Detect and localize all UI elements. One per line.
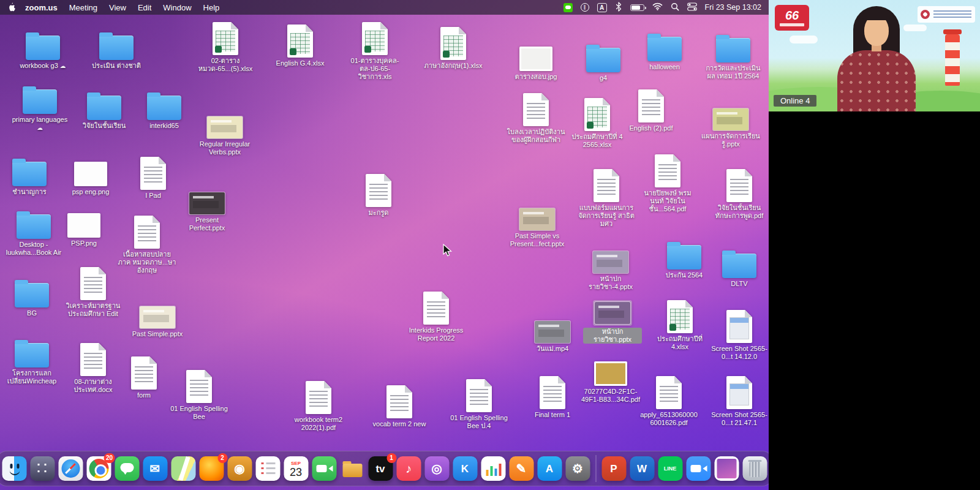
control-center-icon[interactable] [687,2,697,13]
dock-firefox[interactable]: 2 [199,456,224,481]
desktop-icon[interactable]: workbook g3 ☁ [13,24,72,70]
desktop-icon[interactable]: มะกรูด [349,172,408,217]
zoom-video-window[interactable]: 66 Online 4 [769,0,980,111]
desktop-icon[interactable]: Screen Shot 2565-0...t 14.12.0 [710,307,769,361]
desktop-icon[interactable]: 01-ตารางบุคคล-ตล-ป6-65-วิชาการ.xls [345,20,404,81]
dock-music[interactable]: ♪ [396,456,421,481]
dock-word[interactable]: W [630,456,654,481]
menu-item-view[interactable]: View [109,3,126,12]
line-status-icon[interactable] [564,3,573,12]
desktop-icon[interactable]: วิจัยในชั้นเรียน [75,85,134,130]
dock-settings[interactable]: ⚙ [565,456,590,481]
desktop-icon[interactable]: ประถมศึกษาปีที่ 4 2565.xlsx [568,96,627,149]
desktop-icon[interactable]: halloween [635,26,694,71]
dock-finder[interactable] [2,456,26,481]
menu-item-edit[interactable]: Edit [138,3,151,12]
spotlight-search-icon[interactable] [671,2,679,13]
dock-chrome[interactable]: 20 [86,456,111,481]
input-source-icon[interactable]: A [597,3,607,12]
dock-facetime[interactable] [312,456,336,481]
desktop-icon[interactable]: หน้าปก รายวิชา-4.pptx [581,238,640,291]
desktop-icon[interactable]: English (2).pdf [622,87,680,132]
desktop-icon[interactable]: g4 [574,37,633,82]
dock-orange-circle-app[interactable]: ◉ [227,456,252,481]
dock-podcasts[interactable]: ◎ [424,456,449,481]
desktop-icon[interactable]: 01 English Spelling Bee [170,368,228,421]
desktop-icon[interactable]: Screen Shot 2565-0...t 21.47.1 [710,374,769,427]
desktop-icon[interactable]: 02-ตาราง หมวด-65...(5).xlsx [196,20,255,73]
bluetooth-icon[interactable] [615,2,622,13]
dock-safari[interactable] [58,456,83,481]
wifi-icon[interactable] [652,2,663,12]
dock-appstore[interactable]: A [537,456,562,481]
desktop-icon[interactable]: DLTV [710,243,769,288]
dock-calendar[interactable]: SEP23 [284,456,308,481]
desktop-icon[interactable]: ประถมศึกษาปีที่ 4.xlsx [650,298,709,351]
dock-maps[interactable] [171,456,195,481]
desktop-icon[interactable]: psp eng.png [61,151,120,196]
desktop-icon[interactable]: ภาษาอังกฤษ(1).xlsx [424,24,483,70]
dock-screenshot-preview[interactable] [714,456,739,481]
dock-trash[interactable] [742,456,767,481]
dock-appletv[interactable]: tv1 [368,456,393,481]
desktop-icon[interactable]: แผนการจัดการเรียนรู้.pptx [701,95,760,148]
desktop-icon[interactable]: ประเมิน ต่างชาติ [87,24,146,70]
desktop-icon[interactable]: Past Simple.pptx [128,293,187,338]
menu-item-window[interactable]: Window [163,3,191,12]
dock-downloads-folder[interactable] [340,456,364,481]
dock-notes[interactable] [255,456,280,481]
desktop-icon[interactable]: Regular Irregular Verbs.pptx [195,103,254,156]
desktop-icon[interactable]: vocab term 2 new [370,383,429,428]
desktop-icon[interactable]: วิเคราะห์มาตรฐานประถมศึกษา Edit [64,265,123,318]
desktop-icon[interactable]: PSP.png [55,202,113,247]
dock-pages[interactable]: ✎ [509,456,533,481]
desktop-icon[interactable]: ชำนาญการ [0,151,59,196]
desktop-wallpaper[interactable]: zoom.usMeetingViewEditWindowHelp ∥ A [0,0,769,490]
desktop-icon[interactable]: Past Simple vs Present...fect.pptx [508,195,567,248]
desktop-icon[interactable]: นายปิยพงษ์ พรมนนท์ วิจัยในชั้น...564.pdf [638,152,697,213]
battery-icon[interactable] [630,4,644,11]
desktop-icon[interactable]: apply_65130600006001626.pdf [639,374,698,427]
menu-item-help[interactable]: Help [203,3,220,12]
parallels-status-icon[interactable]: ∥ [581,3,589,12]
desktop-icon[interactable]: BG [2,272,61,317]
desktop-icon[interactable]: ประกัน 2564 [655,234,714,279]
dock-line[interactable]: LINE [658,456,682,481]
desktop-icon[interactable]: 70277C4D-2F1C-49F1-B83...34C.pdf [581,350,640,404]
desktop-icon[interactable]: การวัดและประเมินผล เทอม 1ปี 2564 [704,27,763,80]
desktop-icon[interactable]: หน้าปกรายวิชา.pptx [583,300,642,344]
desktop-icon[interactable]: English G.4.xlsx [271,22,330,67]
desktop-icon[interactable]: Final term 1 [523,374,582,419]
dock-stocks[interactable] [481,456,505,481]
desktop-icon[interactable]: Interkids Progress Report 2022 [407,289,466,342]
menu-item-meeting[interactable]: Meeting [69,3,97,12]
desktop-icon[interactable]: workbook term2 2022(1).pdf [289,379,348,432]
desktop-icon[interactable]: I Pad [124,154,183,200]
desktop-icon[interactable]: วันแม่.mp4 [523,307,582,353]
desktop-icon[interactable]: โครงการแลกเปลี่ยนWincheap [2,332,61,385]
dock-chat-app[interactable] [115,456,139,481]
file-icon-wrap [67,202,100,238]
dock-zoom[interactable] [686,456,710,481]
desktop-icon[interactable]: วิจัยในชั้นเรียน ทักษะการพูด.pdf [710,167,769,220]
desktop-icon[interactable]: primary languages ☁ [10,78,69,132]
desktop-icon[interactable]: ใบลงเวลาปฏิบัติงานของผู้ฝึกสอนกีฬา [507,91,565,144]
file-content-lines [84,353,102,371]
dock-keynote[interactable]: K [453,456,477,481]
desktop-icon[interactable]: แบบฟอร์มแผนการจัดการเรียนรู้ สาธิต มศว [577,167,636,228]
apple-menu-icon[interactable] [7,2,15,12]
desktop-icon[interactable]: ตารางสอบ.jpg [507,36,565,81]
file-icon [186,370,212,403]
dock-launchpad[interactable] [30,456,55,481]
desktop-icon[interactable]: Present Perfect.pptx [178,179,236,232]
desktop-icon[interactable]: 08-ภาษาต่างประเทศ.docx [64,341,123,394]
dock-powerpoint[interactable]: P [601,456,626,481]
menu-item-zoomus[interactable]: zoom.us [25,3,58,12]
desktop-icon[interactable]: 01 English Spelling Bee ป.4 [450,377,508,430]
menu-clock[interactable]: Fri 23 Sep 13:02 [705,3,761,12]
desktop-icon[interactable]: เนื้อหาสอบปลายภาค หมวดภาษ...ษาอังกฤษ [118,213,176,274]
folder-icon [667,245,701,270]
desktop-icon[interactable]: form [115,354,173,399]
dock-mail[interactable]: ✉ [143,456,167,481]
desktop-icon[interactable]: interkid65 [135,85,194,130]
